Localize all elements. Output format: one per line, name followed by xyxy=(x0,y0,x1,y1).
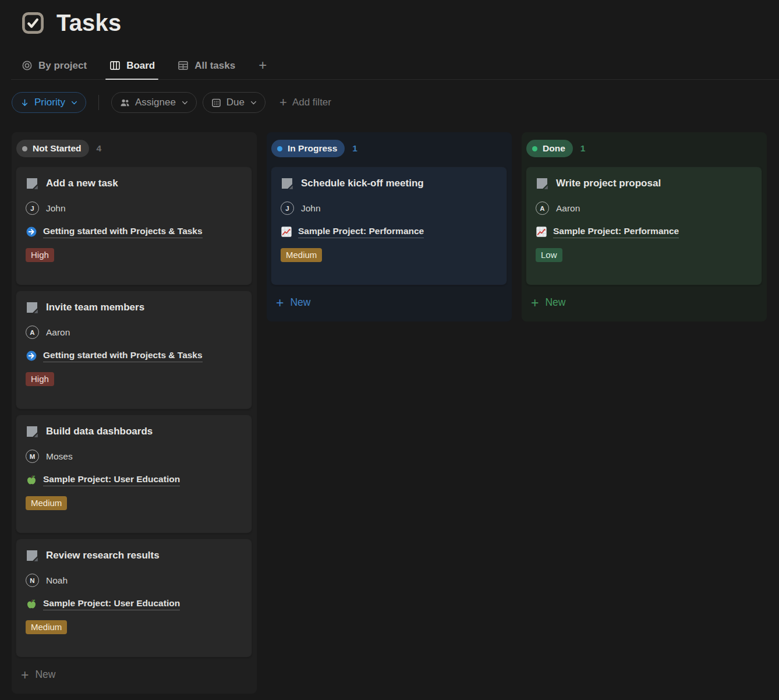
column-cards: Write project proposal A Aaron Sample Pr… xyxy=(526,167,762,285)
table-icon xyxy=(177,59,189,72)
column-header: Not Started 4 xyxy=(16,139,252,157)
card-title: Schedule kick-off meeting xyxy=(301,178,424,189)
filter-toolbar: Priority Assignee Due xyxy=(12,92,779,113)
filter-label: Assignee xyxy=(135,97,176,108)
avatar: A xyxy=(536,201,549,215)
sort-priority-button[interactable]: Priority xyxy=(12,92,86,113)
page-icon xyxy=(26,549,38,562)
filter-label: Due xyxy=(226,97,245,108)
project-row: Sample Project: Performance xyxy=(536,226,752,238)
chevron-down-icon xyxy=(181,99,189,107)
plus-icon: + xyxy=(276,297,284,309)
task-card[interactable]: Invite team members A Aaron Getting star… xyxy=(16,291,252,409)
column-count: 1 xyxy=(352,143,357,154)
avatar: N xyxy=(26,574,39,587)
card-title-row: Build data dashboards xyxy=(26,425,242,438)
new-task-button[interactable]: + New xyxy=(16,663,252,688)
page-icon xyxy=(26,177,38,190)
tab-all-tasks[interactable]: All tasks xyxy=(173,57,239,79)
status-dot-icon xyxy=(22,146,27,151)
assignee-row: M Moses xyxy=(26,450,242,463)
assignee-row: J John xyxy=(281,201,497,215)
page-icon xyxy=(26,425,38,438)
sort-label: Priority xyxy=(34,97,65,108)
assignee-name: John xyxy=(301,203,321,214)
project-link[interactable]: Getting started with Projects & Tasks xyxy=(43,226,203,238)
card-title-row: Write project proposal xyxy=(536,177,752,190)
avatar: A xyxy=(26,326,39,339)
project-icon-slot xyxy=(26,350,37,362)
new-task-label: New xyxy=(290,296,310,309)
project-icon-slot xyxy=(281,226,292,238)
add-view-button[interactable]: + xyxy=(254,58,271,79)
status-pill[interactable]: In Progress xyxy=(271,140,345,157)
task-card[interactable]: Review research results N Noah Sample Pr… xyxy=(16,539,252,657)
card-title: Add a new task xyxy=(46,178,118,189)
card-title: Build data dashboards xyxy=(46,426,153,437)
status-pill[interactable]: Done xyxy=(526,140,573,157)
status-label: Done xyxy=(543,143,565,154)
plus-icon: + xyxy=(531,297,539,309)
green-apple-icon xyxy=(26,598,37,610)
task-card[interactable]: Build data dashboards M Moses Sample Pro… xyxy=(16,415,252,533)
tab-board[interactable]: Board xyxy=(105,57,158,79)
page-title: Tasks xyxy=(56,10,121,36)
status-dot-icon xyxy=(532,146,537,151)
project-link[interactable]: Sample Project: User Education xyxy=(43,598,180,610)
column-header: Done 1 xyxy=(526,139,762,157)
assignee-name: Aaron xyxy=(556,203,580,214)
assignee-row: J John xyxy=(26,201,242,215)
people-icon xyxy=(119,97,130,108)
status-pill[interactable]: Not Started xyxy=(16,140,89,157)
arrow-circle-icon xyxy=(26,226,37,238)
calendar-icon xyxy=(211,97,222,108)
project-link[interactable]: Sample Project: Performance xyxy=(553,226,679,238)
filter-assignee-button[interactable]: Assignee xyxy=(111,92,197,113)
card-title-row: Review research results xyxy=(26,549,242,562)
task-card[interactable]: Add a new task J John Getting started wi… xyxy=(16,167,252,285)
page-icon xyxy=(281,177,293,190)
task-card[interactable]: Schedule kick-off meeting J John Sample … xyxy=(271,167,507,285)
assignee-row: A Aaron xyxy=(536,201,752,215)
priority-badge: Medium xyxy=(281,248,322,262)
project-row: Sample Project: Performance xyxy=(281,226,497,238)
plus-icon: + xyxy=(21,669,29,681)
page-header: Tasks xyxy=(0,0,779,36)
card-title-row: Add a new task xyxy=(26,177,242,190)
column-count: 4 xyxy=(97,143,102,154)
new-task-button[interactable]: + New xyxy=(271,291,507,316)
new-task-button[interactable]: + New xyxy=(526,291,762,316)
priority-badge: High xyxy=(26,372,54,386)
tab-label: By project xyxy=(38,60,87,72)
arrow-down-icon xyxy=(20,98,30,108)
status-label: In Progress xyxy=(288,143,337,154)
tab-by-project[interactable]: By project xyxy=(17,57,90,79)
plus-icon: + xyxy=(279,97,287,108)
page-icon xyxy=(26,301,38,314)
task-card[interactable]: Write project proposal A Aaron Sample Pr… xyxy=(526,167,762,285)
project-link[interactable]: Sample Project: User Education xyxy=(43,474,180,486)
status-label: Not Started xyxy=(33,143,82,154)
column-count: 1 xyxy=(580,143,586,154)
new-task-label: New xyxy=(545,296,565,309)
add-filter-button[interactable]: + Add filter xyxy=(279,97,331,108)
card-title: Write project proposal xyxy=(556,178,661,189)
project-row: Getting started with Projects & Tasks xyxy=(26,350,242,362)
chevron-down-icon xyxy=(70,99,78,107)
assignee-row: A Aaron xyxy=(26,326,242,339)
priority-badge: Low xyxy=(536,248,562,262)
tab-label: All tasks xyxy=(194,60,235,72)
project-icon-slot xyxy=(536,226,547,238)
assignee-name: John xyxy=(46,203,66,214)
board: Not Started 4 Add a new task J John Gett… xyxy=(0,132,779,694)
board-column-in-progress: In Progress 1 Schedule kick-off meeting … xyxy=(267,132,512,321)
project-link[interactable]: Sample Project: Performance xyxy=(298,226,424,238)
project-row: Sample Project: User Education xyxy=(26,474,242,486)
avatar: J xyxy=(26,201,39,215)
new-task-label: New xyxy=(35,669,55,681)
project-link[interactable]: Getting started with Projects & Tasks xyxy=(43,350,203,362)
assignee-name: Aaron xyxy=(46,327,70,338)
project-row: Sample Project: User Education xyxy=(26,598,242,610)
add-filter-label: Add filter xyxy=(292,97,331,108)
filter-due-button[interactable]: Due xyxy=(203,92,265,113)
